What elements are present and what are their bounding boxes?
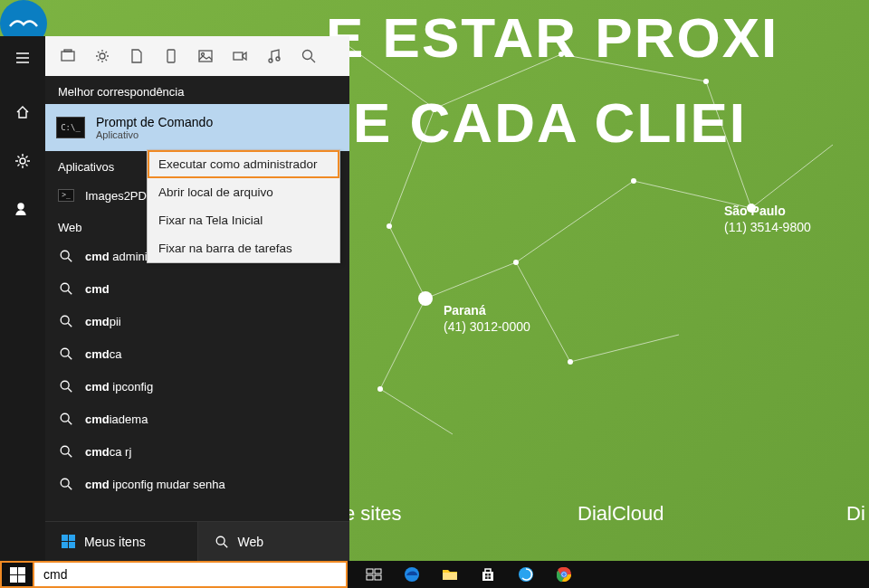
filter-videos[interactable]	[223, 36, 257, 76]
person-icon	[14, 202, 31, 218]
svg-rect-52	[489, 574, 492, 576]
openoffice-icon	[8, 15, 39, 32]
gear-icon	[14, 153, 31, 169]
taskbar-app-blue[interactable]	[507, 561, 545, 588]
svg-point-31	[202, 53, 205, 56]
wallpaper-headline-1: E ESTAR PROXI	[326, 5, 778, 70]
svg-rect-29	[167, 50, 175, 62]
context-menu: Executar como administrador Abrir local …	[147, 149, 340, 263]
taskbar-edge[interactable]	[393, 561, 431, 588]
app-glyph-icon: >_	[58, 189, 74, 202]
svg-point-59	[562, 573, 566, 576]
task-view-button[interactable]	[355, 561, 393, 588]
best-match-header: Melhor correspondência	[45, 76, 349, 104]
web-result-2[interactable]: cmdpii	[45, 305, 349, 337]
svg-rect-51	[485, 574, 488, 576]
search-icon	[59, 379, 73, 394]
scope-my-items[interactable]: Meus itens	[45, 522, 197, 561]
svg-rect-45	[367, 569, 373, 574]
taskbar-search-box[interactable]	[34, 561, 348, 588]
svg-line-5	[516, 181, 634, 262]
taskbar-chrome[interactable]	[545, 561, 583, 588]
feedback-button[interactable]	[0, 188, 45, 232]
scope-web[interactable]: Web	[197, 522, 350, 561]
web-result-1[interactable]: cmd	[45, 272, 349, 305]
video-icon	[232, 48, 248, 64]
chrome-icon	[555, 565, 573, 583]
web-result-4[interactable]: cmd ipconfig	[45, 370, 349, 403]
ctx-pin-taskbar[interactable]: Fixar na barra de tarefas	[148, 234, 339, 262]
search-icon	[59, 412, 73, 426]
start-left-rail	[0, 36, 45, 561]
svg-point-18	[513, 260, 519, 265]
filter-documents[interactable]	[119, 36, 154, 76]
search-icon	[59, 249, 73, 263]
city-label-sp: São Paulo(11) 3514-9800	[724, 204, 811, 234]
svg-point-37	[61, 283, 69, 291]
web-result-5[interactable]: cmdiadema	[45, 403, 349, 435]
search-input[interactable]	[43, 567, 337, 582]
service-label-3: Di	[846, 502, 865, 526]
task-view-icon	[365, 565, 383, 583]
home-button[interactable]	[0, 90, 45, 134]
svg-point-41	[61, 413, 69, 422]
web-result-label: cmd ipconfig	[85, 380, 153, 394]
svg-point-39	[61, 348, 69, 356]
ctx-run-as-admin[interactable]: Executar como administrador	[148, 150, 339, 178]
folder-icon	[441, 565, 459, 583]
svg-rect-46	[375, 569, 381, 574]
taskbar	[0, 561, 869, 588]
web-result-label: cmd	[85, 282, 110, 296]
apps-icon	[60, 48, 76, 64]
svg-point-19	[631, 178, 636, 184]
store-icon	[479, 565, 497, 583]
web-result-7[interactable]: cmd ipconfig mudar senha	[45, 468, 349, 500]
scope-bar: Meus itens Web	[45, 521, 349, 561]
svg-line-9	[380, 389, 453, 434]
svg-point-24	[20, 158, 25, 164]
scope-web-label: Web	[238, 535, 264, 549]
web-result-6[interactable]: cmdca rj	[45, 435, 349, 468]
filter-search[interactable]	[291, 36, 326, 76]
ctx-open-file-location[interactable]: Abrir local de arquivo	[148, 178, 339, 206]
start-button[interactable]	[0, 561, 34, 588]
svg-rect-47	[367, 575, 373, 580]
search-icon	[59, 477, 73, 491]
city-label-pr: Paraná(41) 3012-0000	[444, 303, 530, 334]
best-match-title: Prompt de Comando	[96, 115, 339, 129]
filter-music[interactable]	[257, 36, 291, 76]
image-icon	[197, 48, 214, 64]
app-result-label: Images2PD	[85, 189, 147, 203]
taskbar-explorer[interactable]	[431, 561, 469, 588]
hamburger-button[interactable]	[0, 36, 45, 80]
svg-rect-26	[62, 52, 74, 61]
best-match-subtitle: Aplicativo	[96, 129, 339, 140]
web-result-3[interactable]: cmdca	[45, 337, 349, 370]
filter-settings[interactable]	[85, 36, 119, 76]
filter-apps[interactable]	[51, 36, 85, 76]
svg-point-35	[303, 51, 312, 60]
svg-rect-53	[485, 577, 488, 580]
svg-point-21	[703, 79, 709, 84]
ctx-pin-start[interactable]: Fixar na Tela Inicial	[148, 206, 339, 234]
windows-tiles-icon	[62, 535, 75, 548]
search-icon	[301, 48, 317, 64]
svg-point-36	[61, 251, 69, 259]
svg-line-7	[751, 145, 833, 208]
filter-folders[interactable]	[154, 36, 188, 76]
search-panel: Melhor correspondência C:\_ Prompt de Co…	[45, 36, 349, 561]
service-label-2: DialCloud	[578, 502, 664, 526]
settings-button[interactable]	[0, 139, 45, 183]
web-result-label: cmdpii	[85, 315, 121, 328]
search-icon	[59, 281, 73, 296]
music-icon	[266, 48, 282, 64]
best-match-item[interactable]: C:\_ Prompt de Comando Aplicativo	[45, 104, 349, 151]
svg-point-38	[61, 316, 69, 324]
svg-point-22	[377, 386, 383, 392]
edge-icon	[403, 565, 421, 583]
taskbar-store[interactable]	[469, 561, 507, 588]
svg-point-17	[418, 291, 433, 306]
document-icon	[129, 48, 145, 64]
filter-photos[interactable]	[188, 36, 223, 76]
web-result-label: cmdca rj	[85, 445, 131, 459]
